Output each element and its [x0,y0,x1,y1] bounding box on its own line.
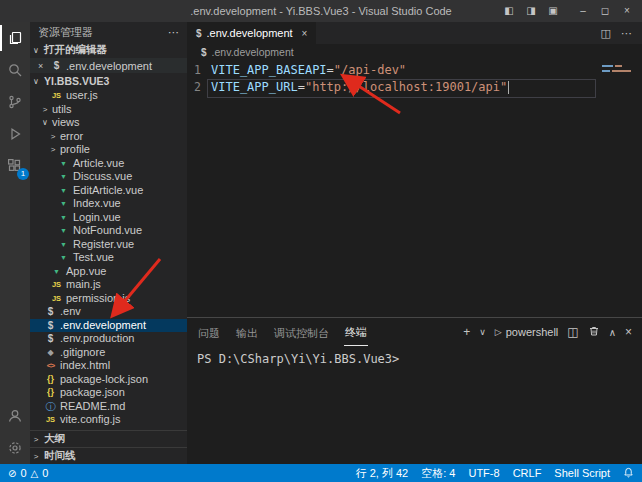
open-editors-header[interactable]: ∨ 打开的编辑器 [30,42,187,58]
tree-item-main-js[interactable]: JSmain.js [30,278,187,292]
tree-item-editarticle-vue[interactable]: ▼EditArticle.vue [30,184,187,198]
split-terminal-icon[interactable]: ◫ [567,325,578,339]
tree-item-user-js[interactable]: JSuser.js [30,89,187,103]
vue-file-icon: ▼ [57,211,70,225]
maximize-icon[interactable]: ◻ [594,0,616,22]
js-file-icon: JS [44,413,57,427]
tree-item-profile[interactable]: >profile [30,143,187,157]
kill-terminal-icon[interactable] [588,325,600,340]
code-line-2: 2 VITE_APP_URL="http://localhost:19001/a… [187,79,642,96]
tree-item-env-production[interactable]: $.env.production [30,332,187,346]
eol-status[interactable]: CRLF [513,467,542,479]
panel-header: 问题 输出 调试控制台 终端 + ∨ ▷ powershell ◫ [187,318,642,346]
close-panel-icon[interactable]: × [625,325,632,339]
explorer-icon[interactable] [0,22,30,54]
terminal[interactable]: PS D:\CSharp\Yi\Yi.BBS.Vue3> [187,346,642,464]
tree-item-index-html[interactable]: <>index.html [30,359,187,373]
customize-layout-icon[interactable]: ▣ [542,0,564,22]
sidebar-title: 资源管理器 ⋯ [30,22,187,42]
status-right: 行 2, 列 42 空格: 4 UTF-8 CRLF Shell Script [356,466,634,481]
markdown-file-icon: ⓘ [44,400,57,414]
tree-item-views[interactable]: ∨views [30,116,187,130]
tree-item-utils[interactable]: >utils [30,103,187,117]
tree-item-package-lock-json[interactable]: {}package-lock.json [30,373,187,387]
cursor-position-status[interactable]: 行 2, 列 42 [356,466,409,481]
tree-item-vite-config-js[interactable]: JSvite.config.js [30,413,187,427]
chevron-down-icon: ∨ [40,116,50,130]
tree-item-notfound-vue[interactable]: ▼NotFound.vue [30,224,187,238]
close-window-icon[interactable]: × [616,0,638,22]
tree-item-article-vue[interactable]: ▼Article.vue [30,157,187,171]
toggle-panel-icon[interactable]: ◨ [520,0,542,22]
extensions-icon[interactable]: 1 [0,150,30,182]
vue-file-icon: ▼ [57,251,70,265]
tree-item-env[interactable]: $.env [30,305,187,319]
tab-terminal[interactable]: 终端 [344,318,368,346]
new-terminal-icon[interactable]: + [463,325,470,339]
terminal-prompt: PS D:\CSharp\Yi\Yi.BBS.Vue3> [197,352,399,366]
close-icon[interactable]: × [38,61,50,71]
vue-file-icon: ▼ [57,197,70,211]
maximize-panel-icon[interactable]: ∧ [609,327,616,338]
minimize-icon[interactable]: – [572,0,594,22]
git-file-icon: ◆ [44,346,57,360]
tree-item-readme-md[interactable]: ⓘREADME.md [30,400,187,414]
problems-status[interactable]: ⊘ 0 △ 0 [8,467,48,479]
tab-output[interactable]: 输出 [235,319,259,346]
timeline-section-header[interactable]: > 时间线 [30,447,187,464]
chevron-down-icon: ∨ [30,46,42,55]
outline-section-header[interactable]: > 大纲 [30,430,187,447]
tab-debug-console[interactable]: 调试控制台 [273,319,330,346]
panel-actions: + ∨ ▷ powershell ◫ ∧ × [463,325,632,340]
tree-item-error[interactable]: >error [30,130,187,144]
encoding-status[interactable]: UTF-8 [468,467,499,479]
tree-item-gitignore[interactable]: ◆.gitignore [30,346,187,360]
run-debug-icon[interactable] [0,118,30,150]
code-editor[interactable]: 1 VITE_APP_BASEAPI="/api-dev" 2 VITE_APP… [187,60,642,317]
tree-item-permission-js[interactable]: JSpermission.js [30,292,187,306]
search-icon[interactable] [0,54,30,86]
account-icon[interactable] [0,400,30,432]
project-root-header[interactable]: ∨ YI.BBS.VUE3 [30,73,187,89]
indentation-status[interactable]: 空格: 4 [421,466,455,481]
notifications-bell-icon[interactable] [623,467,634,480]
tree-item-package-json[interactable]: {}package.json [30,386,187,400]
minimap[interactable] [598,60,642,317]
vue-file-icon: ▼ [57,184,70,198]
tree-item-login-vue[interactable]: ▼Login.vue [30,211,187,225]
more-actions-icon[interactable]: ⋯ [168,26,179,39]
split-editor-icon[interactable]: ◫ [601,27,611,40]
terminal-shell-selector[interactable]: ▷ powershell [495,326,559,338]
activity-bar: 1 [0,22,30,464]
open-editor-item[interactable]: × $ .env.development [30,58,187,73]
tree-item-app-vue[interactable]: ▼App.vue [30,265,187,279]
chevron-right-icon: > [40,103,50,117]
shell-file-icon: $ [196,28,202,39]
editor-group: $ .env.development × ◫ ⋯ $ .env.developm… [187,22,642,464]
chevron-right-icon: > [48,143,58,157]
tab-problems[interactable]: 问题 [197,319,221,346]
workbench: 1 资源管理器 ⋯ ∨ 打开的编辑器 × [0,22,642,464]
more-actions-icon[interactable]: ⋯ [621,27,632,40]
tree-item-index-vue[interactable]: ▼Index.vue [30,197,187,211]
json-file-icon: {} [44,373,57,387]
language-mode-status[interactable]: Shell Script [554,467,610,479]
warnings-icon: △ [31,468,39,479]
source-control-icon[interactable] [0,86,30,118]
close-tab-icon[interactable]: × [302,28,308,39]
extensions-badge: 1 [17,168,29,180]
vue-file-icon: ▼ [57,224,70,238]
settings-gear-icon[interactable] [0,432,30,464]
tree-item-register-vue[interactable]: ▼Register.vue [30,238,187,252]
tree-item-env-development[interactable]: $.env.development [30,319,187,333]
tree-item-test-vue[interactable]: ▼Test.vue [30,251,187,265]
terminal-dropdown-icon[interactable]: ∨ [479,327,486,337]
tree-item-discuss-vue[interactable]: ▼Discuss.vue [30,170,187,184]
json-file-icon: {} [44,386,57,400]
html-file-icon: <> [44,359,57,373]
breadcrumb[interactable]: $ .env.development [187,44,642,60]
tab-env-development[interactable]: $ .env.development × [187,22,317,44]
minimap-line [602,65,622,67]
chevron-right-icon: > [30,435,42,444]
toggle-sidebar-icon[interactable]: ◧ [498,0,520,22]
